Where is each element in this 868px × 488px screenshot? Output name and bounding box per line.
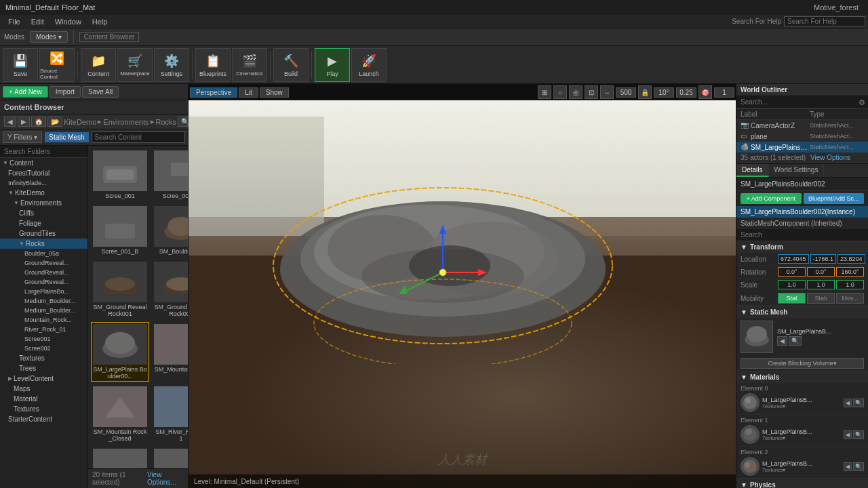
tree-item-forest-tutorial[interactable]: ForestTutorial <box>0 168 87 178</box>
tree-item-trees[interactable]: Trees <box>0 363 87 373</box>
material-1-thumb[interactable] <box>741 425 760 444</box>
properties-search-input[interactable] <box>736 229 868 241</box>
mesh-find-button[interactable]: 🔍 <box>789 336 802 346</box>
perspective-button[interactable]: Perspective <box>190 87 237 98</box>
selected-instance-name[interactable]: SM_LargePlainsBoulder002(Instance) <box>736 206 868 218</box>
viewport-zoom[interactable]: 0.25 <box>676 87 696 98</box>
filters-button[interactable]: Y Filters ▾ <box>3 131 42 143</box>
modes-button[interactable]: Modes ▾ <box>30 31 68 43</box>
asset-scree002-bend[interactable]: SM_Scree002_Bend <box>91 447 149 468</box>
tree-item-groundreveal2[interactable]: GroundReveal... <box>0 268 87 277</box>
tree-item-textures2[interactable]: Textures <box>0 404 87 414</box>
location-x[interactable]: 672.4045 <box>778 254 809 264</box>
viewport-icon-4[interactable]: ⊡ <box>585 85 598 99</box>
lit-button[interactable]: Lit <box>239 87 258 98</box>
material-0-thumb[interactable] <box>741 393 760 412</box>
material-2-thumb[interactable] <box>741 457 760 476</box>
material-1-back[interactable]: ◀ <box>844 430 852 439</box>
materials-header[interactable]: ▼ Materials <box>736 371 868 383</box>
mobility-movable[interactable]: Mov... <box>836 293 864 304</box>
tree-item-ground-tiles[interactable]: GroundTiles <box>0 228 87 239</box>
asset-large-boulder[interactable]: SM_LargePlains Boulder00... <box>91 322 149 382</box>
menu-window[interactable]: Window <box>50 16 87 27</box>
scale-x[interactable]: 1.0 <box>778 280 806 289</box>
blueprint-add-button[interactable]: Blueprint/Add Sc... <box>804 193 865 204</box>
tab-world-settings[interactable]: World Settings <box>769 164 825 177</box>
view-options-button[interactable]: View Options... <box>147 471 184 486</box>
tree-item-starter-content[interactable]: StarterContent <box>0 414 87 424</box>
tree-item-maps[interactable]: Maps <box>0 384 87 394</box>
launch-button[interactable]: 🚀 Launch <box>351 48 387 82</box>
add-new-button[interactable]: + Add New <box>3 86 48 98</box>
asset-scree002-new[interactable]: SM_Scree002_NEW <box>152 447 188 468</box>
outliner-search-input[interactable] <box>736 96 856 108</box>
marketplace-button[interactable]: 🛒 Marketplace <box>117 48 153 82</box>
tree-item-groundreveal3[interactable]: GroundReveal... <box>0 277 87 287</box>
viewport-icon-2[interactable]: ○ <box>553 85 567 99</box>
asset-scree001[interactable]: Scree_001 <box>91 148 149 201</box>
content-button[interactable]: 📁 Content <box>81 48 116 82</box>
scale-y[interactable]: 1.0 <box>807 280 835 289</box>
tree-item-kite-demo[interactable]: ▼KiteDemo <box>0 188 87 198</box>
outliner-view-options[interactable]: View Options <box>810 154 850 161</box>
play-button[interactable]: ▶ Play <box>315 48 350 82</box>
outliner-item-plane[interactable]: ▭ plane StaticMeshAct... <box>736 131 868 142</box>
rotation-x[interactable]: 0.0° <box>778 267 806 277</box>
forward-button[interactable]: ▶ <box>18 117 30 127</box>
material-0-back[interactable]: ◀ <box>844 399 852 407</box>
save-button[interactable]: 💾 Save <box>3 48 38 82</box>
outliner-item-boulder[interactable]: 🪨 SM_LargePlainsBoulder00S StaticMeshAct… <box>736 142 868 152</box>
asset-search-input[interactable] <box>92 131 185 143</box>
blueprints-button[interactable]: 📋 Blueprints <box>195 48 231 82</box>
home-button[interactable]: 🏠 <box>31 117 46 127</box>
tree-item-boulder[interactable]: Boulder_05a <box>0 249 87 258</box>
viewport-speed[interactable]: 500 <box>616 87 636 98</box>
mesh-back-button[interactable]: ◀ <box>777 336 787 346</box>
viewport-icon-7[interactable]: 🎯 <box>698 85 712 99</box>
folder-button[interactable]: 📂 <box>47 117 62 127</box>
asset-ground-reveal1[interactable]: SM_Ground RevealRock001 <box>91 260 149 319</box>
back-button[interactable]: ◀ <box>4 117 16 127</box>
source-control-button[interactable]: 🔀 Source Control <box>39 48 75 82</box>
material-2-find[interactable]: 🔍 <box>853 462 864 471</box>
tree-item-level-content[interactable]: ▶LevelContent <box>0 373 87 384</box>
material-0-find[interactable]: 🔍 <box>853 399 864 407</box>
cinematics-button[interactable]: 🎬 Cinematics <box>232 48 267 82</box>
viewport-icon-6[interactable]: 🔒 <box>638 85 652 99</box>
menu-file[interactable]: File <box>3 16 26 27</box>
tab-details[interactable]: Details <box>736 164 769 177</box>
outliner-item-camera[interactable]: 📷 CameraActorZ StaticMeshAct... <box>736 120 868 131</box>
asset-mountain-rock[interactable]: SM_Mountain Rock <box>152 322 188 382</box>
add-component-button[interactable]: + Add Component <box>741 193 802 204</box>
static-mesh-header[interactable]: ▼ Static Mesh <box>736 306 868 318</box>
asset-boulder35a[interactable]: SM_Boulder35a <box>152 204 188 257</box>
tree-item-largeboulder[interactable]: LargePlainsBo... <box>0 287 87 296</box>
tree-item-medium2[interactable]: Medium_Boulder... <box>0 306 87 315</box>
menu-help[interactable]: Help <box>87 16 113 27</box>
tree-item-textures[interactable]: Textures <box>0 353 87 363</box>
tab-floor-mat[interactable]: Floor_Mat <box>62 3 96 12</box>
viewport-grid[interactable]: 1 <box>714 87 734 98</box>
help-search-input[interactable] <box>784 16 865 26</box>
tree-item-mountain-face[interactable]: Mountain_Rock... <box>0 315 87 325</box>
rock-selected-object[interactable] <box>246 161 639 365</box>
tree-item-medium1[interactable]: Medium_Boulder... <box>0 296 87 306</box>
tree-item-groundreveal1[interactable]: GroundReveal... <box>0 258 87 268</box>
material-1-find[interactable]: 🔍 <box>853 430 864 439</box>
tree-item-content[interactable]: ▼ Content <box>0 158 87 168</box>
asset-scree001a[interactable]: Scree_001_A <box>152 148 188 201</box>
save-all-button[interactable]: Save All <box>82 86 119 98</box>
settings-button[interactable]: ⚙️ Settings <box>154 48 189 82</box>
tree-item-infinity[interactable]: InfinityBlade... <box>0 178 87 188</box>
tree-item-cliffs[interactable]: Cliffs <box>0 208 87 218</box>
tree-item-environments[interactable]: ▼Environments <box>0 198 87 208</box>
physics-header[interactable]: ▼ Physics <box>736 479 868 488</box>
viewport-icon-1[interactable]: ⊞ <box>538 85 551 99</box>
import-button[interactable]: Import <box>50 86 81 98</box>
location-y[interactable]: -1766.1 <box>810 254 837 264</box>
material-2-back[interactable]: ◀ <box>844 462 852 471</box>
tree-item-material[interactable]: Material <box>0 394 87 404</box>
rotation-z[interactable]: 160.0° <box>836 267 864 277</box>
create-blocking-volume-button[interactable]: Create Blocking Volume▾ <box>741 358 864 369</box>
tree-item-scree002[interactable]: Scree002 <box>0 344 87 353</box>
